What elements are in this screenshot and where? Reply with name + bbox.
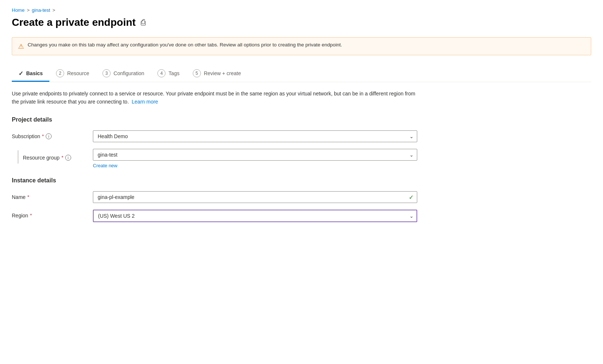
region-control: (US) West US 2 ⌄	[93, 210, 417, 222]
subscription-label: Subscription * i	[12, 130, 93, 139]
region-dropdown-container: (US) West US 2 ⌄	[93, 210, 417, 222]
region-required: *	[30, 213, 32, 218]
subscription-control: Health Demo ⌄	[93, 130, 417, 142]
page-header: Create a private endpoint ⎙	[12, 17, 591, 28]
region-select[interactable]: (US) West US 2	[93, 210, 417, 222]
resource-group-dropdown-container: gina-test ⌄	[93, 149, 417, 161]
basics-check-icon: ✓	[18, 70, 23, 77]
warning-text: Changes you make on this tab may affect …	[28, 42, 342, 48]
name-label: Name *	[12, 191, 93, 200]
resource-group-required: *	[62, 155, 63, 160]
warning-icon: ⚠	[18, 42, 24, 50]
tab-basics[interactable]: ✓ Basics	[12, 66, 49, 82]
tab-tags-label: Tags	[168, 70, 179, 76]
breadcrumb: Home > gina-test >	[12, 7, 591, 13]
instance-details-section: Instance details Name * ✓ Region * (US) …	[12, 177, 591, 222]
resource-group-label: Resource group * i	[23, 152, 71, 161]
tab-tags[interactable]: 4 Tags	[151, 66, 186, 82]
warning-banner: ⚠ Changes you make on this tab may affec…	[12, 37, 591, 55]
tab-review-label: Review + create	[204, 70, 241, 76]
tab-review[interactable]: 5 Review + create	[186, 66, 248, 82]
breadcrumb-sep1: >	[27, 7, 30, 13]
resource-group-control: gina-test ⌄ Create new	[93, 149, 417, 168]
breadcrumb-ginatest[interactable]: gina-test	[32, 7, 50, 13]
tab-tags-number: 4	[157, 69, 165, 77]
name-row: Name * ✓	[12, 191, 417, 203]
name-required: *	[27, 194, 29, 200]
subscription-select[interactable]: Health Demo	[93, 130, 417, 142]
subscription-dropdown-container: Health Demo ⌄	[93, 130, 417, 142]
subscription-info-icon[interactable]: i	[46, 133, 52, 139]
learn-more-link[interactable]: Learn more	[132, 99, 158, 105]
indent-line	[18, 150, 18, 164]
project-details-title: Project details	[12, 116, 591, 123]
tab-configuration[interactable]: 3 Configuration	[96, 66, 151, 82]
tabs-row: ✓ Basics 2 Resource 3 Configuration 4 Ta…	[12, 66, 591, 82]
tab-resource-number: 2	[56, 69, 64, 77]
project-details-section: Project details Subscription * i Health …	[12, 116, 591, 168]
breadcrumb-home[interactable]: Home	[12, 7, 25, 13]
resource-group-info-icon[interactable]: i	[65, 155, 71, 161]
breadcrumb-sep2: >	[52, 7, 55, 13]
instance-details-title: Instance details	[12, 177, 591, 184]
resource-group-select[interactable]: gina-test	[93, 149, 417, 161]
tab-resource-label: Resource	[67, 70, 89, 76]
page-title: Create a private endpoint	[12, 17, 136, 28]
resource-group-indent: Resource group * i	[12, 149, 93, 164]
subscription-row: Subscription * i Health Demo ⌄	[12, 130, 417, 142]
name-control: ✓	[93, 191, 417, 203]
name-input-container: ✓	[93, 191, 417, 203]
description-text: Use private endpoints to privately conne…	[12, 90, 417, 106]
name-input[interactable]	[93, 191, 417, 203]
create-new-link[interactable]: Create new	[93, 163, 117, 168]
region-label: Region *	[12, 210, 93, 218]
tab-review-number: 5	[193, 69, 201, 77]
name-valid-icon: ✓	[409, 193, 414, 200]
region-row: Region * (US) West US 2 ⌄	[12, 210, 417, 222]
tab-configuration-number: 3	[102, 69, 111, 77]
print-icon[interactable]: ⎙	[141, 18, 146, 27]
tab-basics-label: Basics	[26, 70, 43, 76]
subscription-required: *	[42, 133, 44, 139]
resource-group-row: Resource group * i gina-test ⌄ Create ne…	[12, 149, 417, 168]
tab-configuration-label: Configuration	[114, 70, 144, 76]
tab-resource[interactable]: 2 Resource	[49, 66, 96, 82]
